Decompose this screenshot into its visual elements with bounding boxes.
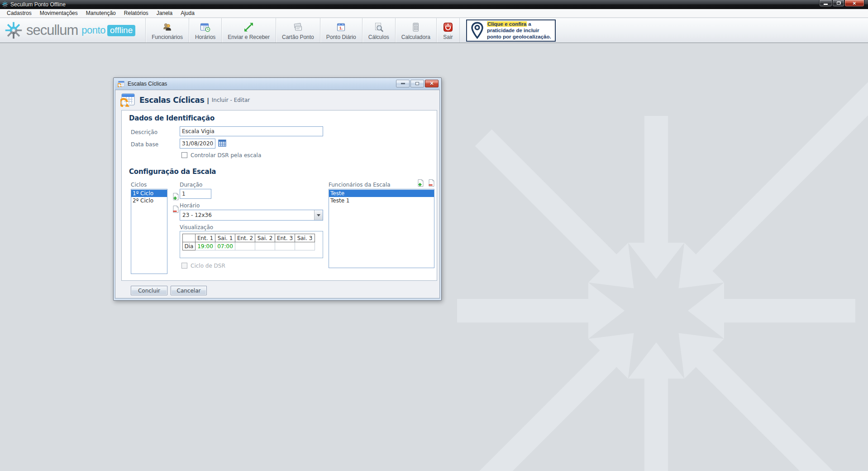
viz-ent2-value (235, 242, 255, 250)
viz-row-header: Dia (183, 242, 196, 250)
window-title: Secullum Ponto Offline (10, 1, 66, 8)
viz-sai2-value (255, 242, 275, 250)
menu-movimentacoes[interactable]: Movimentações (36, 9, 82, 17)
ciclos-label: Ciclos (131, 182, 147, 188)
remove-cycle-button[interactable] (171, 205, 180, 214)
remove-page-icon (427, 179, 435, 187)
toolbar: secullum ponto offline Funcionários (0, 18, 868, 43)
dialog-minimize-button[interactable] (396, 80, 410, 87)
geolocation-callout[interactable]: Clique e confira a praticidade de inclui… (466, 19, 556, 42)
descricao-input[interactable] (180, 126, 323, 136)
desktop: Escalas Cíclicas ✕ (0, 43, 868, 471)
logo-product: ponto (81, 24, 105, 36)
viz-col-ent3: Ent. 3 (275, 234, 295, 242)
viz-col-blank (183, 234, 196, 242)
menu-janela[interactable]: Janela (153, 9, 176, 17)
cards-icon (292, 21, 304, 33)
remove-page-icon (171, 205, 179, 213)
visualizacao-label: Visualização (180, 224, 213, 231)
concluir-button[interactable]: Concluir (131, 286, 167, 295)
toolbar-enviar-receber-button[interactable]: Enviar e Receber (222, 18, 276, 43)
chevron-down-icon (317, 214, 320, 216)
descricao-label: Descrição (131, 129, 157, 135)
viz-col-ent2: Ent. 2 (235, 234, 255, 242)
cancelar-button[interactable]: Cancelar (171, 286, 207, 295)
viz-col-sai3: Sai. 3 (295, 234, 315, 242)
data-base-input[interactable] (180, 139, 215, 149)
menu-manutencao[interactable]: Manutenção (82, 9, 120, 17)
escalas-ciclicas-dialog: Escalas Cíclicas ✕ (113, 77, 442, 301)
funcionario-list-item[interactable]: Teste (329, 190, 434, 197)
schedule-icon (200, 21, 211, 33)
dialog-title-icon (118, 81, 125, 87)
duracao-input[interactable] (180, 189, 211, 199)
viz-ent1-value: 19:00 (196, 242, 215, 250)
toolbar-horarios-button[interactable]: Horários (189, 18, 222, 43)
svg-text:1.: 1. (339, 26, 343, 30)
dialog-restore-button[interactable] (410, 80, 424, 87)
horario-label: Horário (180, 202, 200, 209)
funcionarios-escala-label: Funcionários da Escala (329, 182, 391, 188)
ciclos-listbox[interactable]: 1º Ciclo 2º Ciclo (131, 189, 167, 274)
dialog-titlebar[interactable]: Escalas Cíclicas ✕ (115, 78, 440, 90)
viz-ent3-value (275, 242, 295, 250)
funcionarios-listbox[interactable]: Teste Teste 1 (329, 189, 434, 268)
date-picker-button[interactable] (218, 139, 227, 148)
toolbar-buttons: Funcionários Horários (145, 18, 460, 43)
add-funcionario-button[interactable] (415, 179, 424, 188)
menubar: Cadastros Movimentações Manutenção Relat… (0, 9, 868, 18)
dialog-close-button[interactable]: ✕ (425, 80, 439, 87)
ciclo-dsr-checkbox (181, 263, 187, 269)
dialog-content-panel: Dados de Identificação Descrição Data ba… (121, 110, 437, 281)
viz-col-sai1: Sai. 1 (215, 234, 235, 242)
ciclo-dsr-label: Ciclo de DSR (191, 263, 225, 269)
horario-value: 23 - 12x36 (180, 212, 314, 218)
table-row: Dia 19:00 07:00 (183, 242, 315, 250)
cyclic-schedule-icon (120, 93, 135, 107)
remove-funcionario-button[interactable] (426, 179, 435, 188)
horario-combobox[interactable]: 23 - 12x36 (180, 210, 323, 221)
secullum-logo-icon (5, 21, 23, 39)
menu-relatorios[interactable]: Relatórios (120, 9, 153, 17)
data-base-label: Data base (131, 141, 158, 148)
employees-icon (162, 21, 173, 33)
toolbar-calculadora-button[interactable]: Calculadora (396, 18, 437, 43)
close-button[interactable]: ✕ (844, 0, 864, 7)
funcionario-list-item[interactable]: Teste 1 (329, 197, 434, 204)
toolbar-calculos-button[interactable]: Cálculos (362, 18, 396, 43)
daily-calendar-icon: 1. (335, 21, 347, 33)
add-page-icon (416, 179, 424, 187)
calendar-picker-icon (218, 139, 226, 147)
ciclo-list-item[interactable]: 2º Ciclo (131, 197, 167, 204)
dialog-header-title: Escalas Cíclicas (139, 96, 205, 105)
controlar-dsr-label: Controlar DSR pela escala (191, 152, 261, 159)
dialog-header: Escalas Cíclicas | Incluir - Editar (115, 90, 439, 110)
screen: Secullum Ponto Offline ✕ Cadastros Movim… (0, 0, 868, 471)
menu-cadastros[interactable]: Cadastros (3, 9, 36, 17)
section-configuracao-escala: Configuração da Escala (129, 168, 216, 176)
magnifier-icon (373, 21, 384, 33)
viz-sai1-value: 07:00 (215, 242, 235, 250)
toolbar-funcionarios-button[interactable]: Funcionários (145, 18, 189, 43)
visualizacao-box: Ent. 1 Sai. 1 Ent. 2 Sai. 2 Ent. 3 Sai. … (180, 231, 323, 258)
add-page-icon (171, 192, 179, 201)
minimize-button[interactable] (819, 0, 832, 7)
menu-ajuda[interactable]: Ajuda (176, 9, 199, 17)
main-titlebar[interactable]: Secullum Ponto Offline ✕ (0, 0, 868, 9)
logo-badge: offline (107, 25, 135, 36)
controlar-dsr-checkbox[interactable] (181, 152, 187, 158)
restore-button[interactable] (832, 0, 844, 7)
send-receive-icon (243, 21, 254, 33)
viz-col-ent1: Ent. 1 (196, 234, 215, 242)
toolbar-ponto-diario-button[interactable]: 1. Ponto Diário (320, 18, 362, 43)
combobox-dropdown-button[interactable] (314, 210, 323, 220)
dialog-header-subtitle: Incluir - Editar (212, 97, 250, 103)
geolocation-callout-text: Clique e confira a praticidade de inclui… (487, 21, 551, 40)
viz-col-sai2: Sai. 2 (255, 234, 275, 242)
toolbar-sair-button[interactable]: Sair (437, 18, 460, 43)
logo-brand: secullum (26, 22, 78, 38)
ciclo-list-item[interactable]: 1º Ciclo (131, 190, 167, 197)
toolbar-cartao-ponto-button[interactable]: Cartão Ponto (276, 18, 320, 43)
power-exit-icon (443, 21, 453, 33)
add-cycle-button[interactable] (171, 192, 180, 202)
